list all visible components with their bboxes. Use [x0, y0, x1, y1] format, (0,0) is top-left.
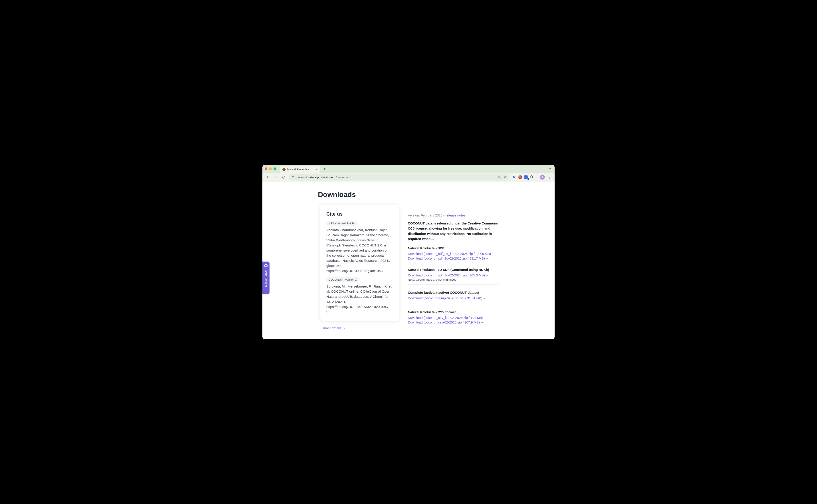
- cite-heading: Cite us: [326, 211, 393, 217]
- arrow-left-icon: [266, 175, 270, 179]
- site-settings-icon[interactable]: [291, 176, 294, 179]
- download-section: Natural Products - SDF Download (coconut…: [408, 246, 499, 264]
- citation-badge: NAR - Journal Article: [326, 221, 357, 226]
- browser-menu-button[interactable]: ⋮: [547, 175, 551, 179]
- section-heading: Complete (active/inactive) COCONUT datas…: [408, 291, 499, 294]
- download-section: Complete (active/inactive) COCONUT datas…: [408, 288, 499, 304]
- download-link[interactable]: Download (coconut_sdf_3d-02-2025.zip / 3…: [408, 273, 499, 277]
- section-heading: Natural Products - SDF: [408, 246, 499, 250]
- chevron-down-icon: [548, 167, 551, 170]
- browser-tab[interactable]: Natural Products - COCONUT ✕: [280, 166, 320, 173]
- url-path: /download: [336, 176, 350, 179]
- tab-title: Natural Products - COCONUT: [287, 168, 314, 171]
- extensions-puzzle-icon[interactable]: [530, 175, 533, 179]
- download-section: Natural Products - CSV format Download (…: [408, 308, 499, 328]
- citation-text: Sorokina, M., Merseburger, P., Rajan, K.…: [326, 284, 393, 315]
- tabs-dropdown-button[interactable]: [547, 166, 552, 171]
- github-icon: [264, 264, 268, 268]
- more-details-link[interactable]: more details →: [323, 326, 346, 330]
- section-heading: Natural Products - CSV format: [408, 310, 499, 314]
- page-content: Downloads Cite us NAR - Journal Article …: [313, 182, 504, 339]
- citation-badge: COCONUT - Version 1: [326, 277, 359, 282]
- issue-tracker-tab[interactable]: Issue Tracker: [262, 262, 270, 294]
- extension-u-icon[interactable]: U: [518, 175, 522, 179]
- profile-avatar[interactable]: R: [540, 175, 545, 180]
- maximize-window-button[interactable]: [274, 167, 276, 170]
- close-tab-button[interactable]: ✕: [316, 168, 318, 171]
- url-host: coconut.naturalproducts.net: [297, 176, 334, 179]
- issue-tracker-label: Issue Tracker: [264, 270, 268, 287]
- forward-button[interactable]: [273, 174, 279, 180]
- version-line: Version: February 2025 - release notes: [408, 213, 499, 217]
- extension-translate-icon[interactable]: [524, 175, 528, 179]
- extension-m-icon[interactable]: M: [512, 176, 516, 179]
- new-tab-button[interactable]: +: [322, 166, 327, 171]
- bookmark-star-icon[interactable]: [504, 176, 507, 179]
- release-notes-link[interactable]: release notes: [445, 213, 465, 217]
- right-column: Version: February 2025 - release notes C…: [408, 205, 499, 331]
- page-scroll[interactable]: Downloads Cite us NAR - Journal Article …: [262, 182, 555, 339]
- citation-text: Venkata Chandrasekhar, Kohulan Rajan, Sr…: [326, 228, 393, 273]
- extensions-area: M U R ⋮: [511, 175, 552, 180]
- close-window-button[interactable]: [265, 167, 267, 170]
- download-section: Natural Products - 3D SDF (Generated usi…: [408, 268, 499, 285]
- back-button[interactable]: [265, 174, 271, 180]
- zoom-icon[interactable]: [498, 176, 501, 179]
- viewport: Downloads Cite us NAR - Journal Article …: [262, 182, 555, 339]
- version-text: Version: February 2025 -: [408, 213, 445, 217]
- cite-card: Cite us NAR - Journal Article Venkata Ch…: [320, 205, 399, 321]
- download-link[interactable]: Download (coconut_csv-02-2025.zip / 207.…: [408, 320, 499, 324]
- download-link[interactable]: Download (coconut-dump-02-2025.sql / 31.…: [408, 296, 499, 300]
- download-link[interactable]: Download (coconut_sdf_2d-02-2025.zip / 6…: [408, 256, 499, 260]
- favicon-icon: [282, 168, 286, 171]
- license-text: COCONUT data is released under the Creat…: [408, 221, 499, 241]
- toolbar: coconut.naturalproducts.net/download M U…: [262, 173, 555, 182]
- minimize-window-button[interactable]: [269, 167, 272, 170]
- browser-window: Natural Products - COCONUT ✕ + coconut.n…: [262, 165, 555, 339]
- page-title: Downloads: [318, 190, 499, 199]
- left-column: Cite us NAR - Journal Article Venkata Ch…: [318, 205, 399, 330]
- tab-strip: Natural Products - COCONUT ✕ +: [262, 165, 555, 173]
- section-note: Note: Coordinates are not minimised: [408, 278, 499, 281]
- section-heading: Natural Products - 3D SDF (Generated usi…: [408, 268, 499, 272]
- window-controls: [265, 167, 276, 170]
- download-link[interactable]: Download (coconut_sdf_2d_lite-02-2025.zi…: [408, 252, 499, 256]
- reload-icon: [282, 175, 286, 179]
- arrow-right-icon: [274, 175, 278, 179]
- reload-button[interactable]: [281, 174, 287, 180]
- address-bar[interactable]: coconut.naturalproducts.net/download: [289, 174, 510, 181]
- download-link[interactable]: Download (coconut_csv_lite-02-2025.zip /…: [408, 316, 499, 319]
